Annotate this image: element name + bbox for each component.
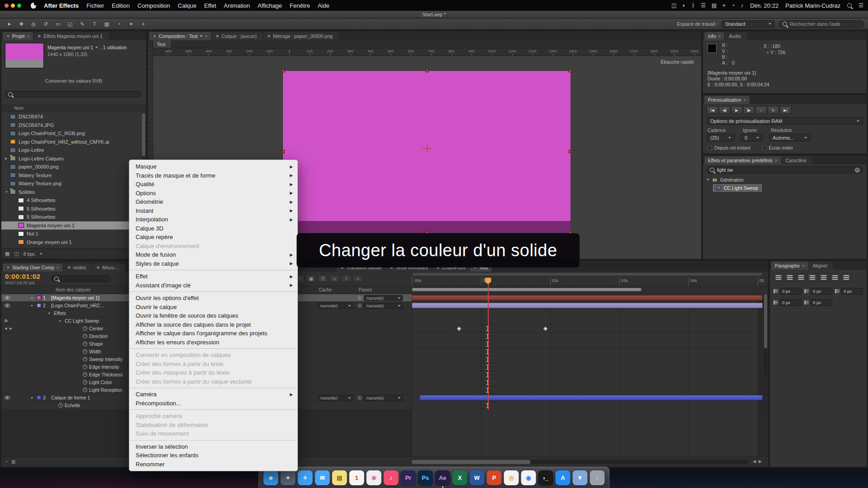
- twirl-icon[interactable]: [707, 179, 709, 181]
- panel-tab[interactable]: Effets et paramètres prédéfinis×: [704, 156, 781, 164]
- tab-close-icon[interactable]: ×: [205, 34, 208, 39]
- indent-value[interactable]: 0 px: [811, 299, 832, 306]
- project-item[interactable]: Nul 1: [1, 230, 142, 238]
- twirl-icon[interactable]: ▼: [5, 190, 10, 193]
- timeline-row[interactable]: ▼ 1 [Magenta moyen uni 1] Aucun(e): [1, 294, 768, 302]
- help-search-input[interactable]: Rechercher dans l'aide: [778, 20, 864, 28]
- row-label[interactable]: [Magenta moyen uni 1]: [51, 295, 99, 300]
- context-menu-item[interactable]: Afficher la source des calques dans le p…: [129, 320, 297, 329]
- tab-close-icon[interactable]: ×: [718, 34, 721, 39]
- chevron-down-icon[interactable]: [200, 35, 203, 37]
- indent-field[interactable]: 0 px: [804, 299, 832, 306]
- project-item[interactable]: ▶ Logo-Lettre Calques: [1, 155, 142, 163]
- tool-button[interactable]: ▭: [52, 20, 63, 28]
- timeline-track[interactable]: [412, 348, 768, 356]
- status-icon[interactable]: ᛒ: [692, 2, 695, 9]
- dock-icon[interactable]: ♪: [384, 470, 399, 485]
- timeline-track[interactable]: [412, 386, 768, 394]
- workspace-dropdown[interactable]: Standard: [722, 20, 775, 28]
- parent-dropdown[interactable]: Aucun(e): [364, 395, 403, 401]
- context-menu-item[interactable]: [130, 270, 297, 270]
- transport-button[interactable]: ▶: [731, 106, 742, 114]
- indent-field[interactable]: 0 px: [774, 299, 802, 306]
- menubar-item[interactable]: Composition: [137, 2, 170, 9]
- dock-icon[interactable]: ▼: [573, 470, 588, 485]
- context-menu-item[interactable]: Mode de fusion ▶: [129, 250, 297, 259]
- transport-button[interactable]: ◀|: [719, 106, 730, 114]
- fast-draft-label[interactable]: Ébauche rapide: [660, 59, 694, 65]
- menubar-item[interactable]: Edition: [112, 2, 130, 9]
- timeline-row[interactable]: Sweep Intensity: [1, 356, 768, 363]
- context-menu-item[interactable]: [130, 291, 297, 292]
- dock-icon[interactable]: P: [487, 470, 502, 485]
- context-menu-item[interactable]: [130, 388, 297, 388]
- panel-tab[interactable]: Caractère: [782, 156, 812, 164]
- new-folder-icon[interactable]: ◫: [14, 251, 19, 257]
- chevron-down-icon[interactable]: [95, 47, 98, 48]
- project-item[interactable]: 4 Silhouettes: [1, 196, 142, 205]
- row-label[interactable]: Direction: [89, 333, 108, 339]
- project-item[interactable]: 5 Silhouettes: [1, 205, 142, 213]
- twirl-icon[interactable]: ▼: [30, 396, 35, 399]
- row-label[interactable]: Calque de forme 1: [51, 395, 90, 400]
- context-menu-item[interactable]: Convertir en composition de calques: [129, 351, 297, 360]
- indent-field[interactable]: 0 px: [835, 288, 863, 295]
- tab-close-icon[interactable]: ×: [802, 263, 805, 268]
- effect-item-selected[interactable]: CC Light Sweep: [713, 184, 762, 192]
- timeline-row[interactable]: Edge Intensity: [1, 363, 768, 371]
- project-item[interactable]: Watery Texture: [1, 171, 142, 180]
- tool-button[interactable]: T: [89, 20, 100, 28]
- twirl-icon[interactable]: ▼: [30, 296, 35, 300]
- context-menu-item[interactable]: Géométrie ▶: [129, 197, 297, 206]
- twirl-icon[interactable]: ▼: [58, 319, 63, 323]
- context-menu-item[interactable]: Créer des formes à partir du calque vect…: [129, 377, 297, 386]
- timeline-row[interactable]: Edge Thickness: [1, 371, 768, 379]
- context-menu-item[interactable]: Précomposition...: [129, 399, 297, 408]
- track-matte-dropdown[interactable]: Aucun(e): [318, 395, 353, 401]
- traffic-light-dot[interactable]: [5, 4, 9, 8]
- tool-button[interactable]: ⌖: [138, 20, 149, 28]
- row-label[interactable]: [Logo ChainPoint_HRZ...: [51, 303, 104, 308]
- timeline-row[interactable]: ▼ 3 Calque de forme 1 Aucun(e) Aucun(e): [1, 394, 768, 402]
- indent-value[interactable]: 0 px: [811, 288, 832, 295]
- row-label[interactable]: Shape: [89, 341, 103, 347]
- tool-button[interactable]: ◎: [28, 20, 39, 28]
- panel-tab[interactable]: Prévisualisation×: [704, 96, 750, 104]
- status-icon[interactable]: ◔: [731, 2, 735, 9]
- panel-tab[interactable]: Audio: [725, 32, 747, 40]
- project-item[interactable]: Watery Texture.png: [1, 179, 142, 188]
- project-search-input[interactable]: [5, 91, 142, 98]
- stopwatch-icon[interactable]: [83, 365, 87, 369]
- tab-close-icon[interactable]: ×: [744, 98, 746, 103]
- transport-button[interactable]: |▶: [743, 106, 755, 114]
- timeline-row[interactable]: ▼ 2 [Logo ChainPoint_HRZ... Aucun(e) Auc…: [1, 302, 768, 310]
- project-item[interactable]: Magenta moyen uni 1: [1, 221, 142, 230]
- checkbox-option[interactable]: Écran entier: [762, 145, 793, 150]
- parent-dropdown[interactable]: Aucun(e): [364, 303, 403, 309]
- context-menu-item[interactable]: Suivi de mouvement: [129, 429, 297, 438]
- visibility-eye-icon[interactable]: [5, 296, 10, 300]
- pickwhip-icon[interactable]: [358, 396, 362, 400]
- indent-field[interactable]: 0 px: [804, 288, 832, 295]
- context-menu-item[interactable]: Approche caméra: [129, 412, 297, 421]
- timeline-track[interactable]: [412, 356, 768, 363]
- color-depth-button[interactable]: 8 bpc: [24, 251, 35, 257]
- timeline-row[interactable]: Width: [1, 348, 768, 356]
- keyframe-navigator[interactable]: ◀ ▶: [5, 327, 13, 330]
- timeline-row[interactable]: Echelle: [1, 402, 768, 409]
- expand-icon[interactable]: ◔: [5, 459, 8, 464]
- parent-dropdown[interactable]: Aucun(e): [364, 295, 403, 301]
- justify-last-left-button[interactable]: [807, 273, 817, 282]
- status-icon[interactable]: ⌖: [722, 2, 726, 9]
- tool-button[interactable]: ▨: [101, 20, 112, 28]
- context-menu-item[interactable]: Ouvrir le calque: [129, 303, 297, 312]
- timeline-row[interactable]: Light Reception: [1, 386, 768, 394]
- column-cache-header[interactable]: Cache: [319, 287, 332, 292]
- tool-button[interactable]: ✎: [77, 20, 88, 28]
- transport-button[interactable]: |◀: [707, 106, 718, 114]
- dock-icon[interactable]: ›_: [538, 470, 553, 485]
- row-label[interactable]: Width: [89, 349, 101, 354]
- tool-button[interactable]: ↺: [40, 20, 51, 28]
- indent-value[interactable]: 0 px: [841, 288, 863, 295]
- dock-icon[interactable]: ◎: [504, 470, 519, 485]
